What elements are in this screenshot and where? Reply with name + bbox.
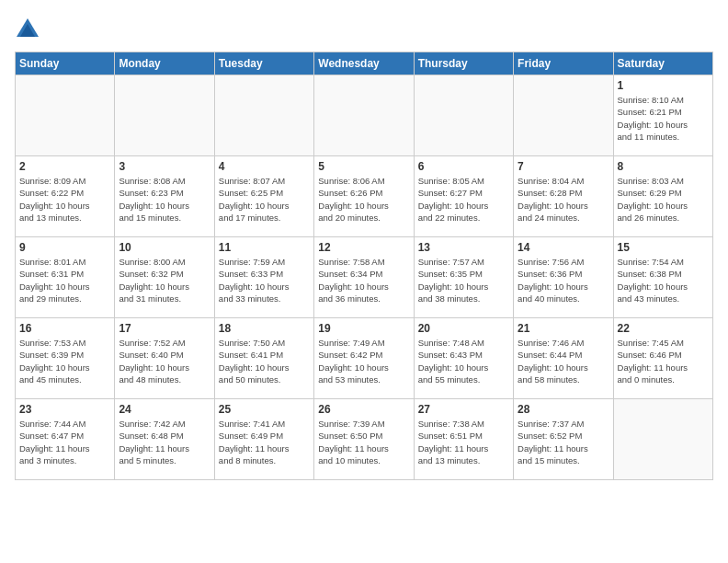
calendar-week-row: 2Sunrise: 8:09 AM Sunset: 6:22 PM Daylig… <box>16 156 713 237</box>
day-info: Sunrise: 7:57 AM Sunset: 6:35 PM Dayligh… <box>418 256 509 304</box>
day-info: Sunrise: 8:09 AM Sunset: 6:22 PM Dayligh… <box>19 175 110 224</box>
day-number: 22 <box>618 322 709 335</box>
day-info: Sunrise: 8:06 AM Sunset: 6:26 PM Dayligh… <box>318 175 409 224</box>
calendar: SundayMondayTuesdayWednesdayThursdayFrid… <box>15 52 713 480</box>
day-number: 26 <box>318 403 409 416</box>
calendar-cell: 24Sunrise: 7:42 AM Sunset: 6:48 PM Dayli… <box>115 399 214 480</box>
day-number: 15 <box>618 241 709 254</box>
day-info: Sunrise: 7:37 AM Sunset: 6:52 PM Dayligh… <box>518 418 609 466</box>
calendar-cell: 19Sunrise: 7:49 AM Sunset: 6:42 PM Dayli… <box>314 318 414 399</box>
day-info: Sunrise: 8:05 AM Sunset: 6:27 PM Dayligh… <box>418 175 509 224</box>
day-info: Sunrise: 8:10 AM Sunset: 6:21 PM Dayligh… <box>618 94 709 143</box>
day-info: Sunrise: 7:49 AM Sunset: 6:42 PM Dayligh… <box>318 337 409 385</box>
calendar-cell <box>414 75 513 156</box>
calendar-cell <box>314 75 414 156</box>
day-number: 1 <box>618 79 709 92</box>
calendar-cell: 16Sunrise: 7:53 AM Sunset: 6:39 PM Dayli… <box>16 318 115 399</box>
day-info: Sunrise: 7:46 AM Sunset: 6:44 PM Dayligh… <box>518 337 609 385</box>
day-number: 17 <box>119 322 210 335</box>
calendar-cell: 9Sunrise: 8:01 AM Sunset: 6:31 PM Daylig… <box>16 237 115 318</box>
calendar-cell <box>514 75 613 156</box>
day-number: 9 <box>19 241 110 254</box>
day-number: 12 <box>318 241 409 254</box>
weekday-header: Thursday <box>414 52 513 75</box>
day-number: 7 <box>518 160 609 173</box>
weekday-header: Friday <box>514 52 613 75</box>
day-number: 18 <box>219 322 310 335</box>
logo <box>15 15 44 40</box>
day-number: 5 <box>318 160 409 173</box>
day-info: Sunrise: 7:53 AM Sunset: 6:39 PM Dayligh… <box>19 337 110 385</box>
day-info: Sunrise: 8:04 AM Sunset: 6:28 PM Dayligh… <box>518 175 609 224</box>
calendar-cell: 7Sunrise: 8:04 AM Sunset: 6:28 PM Daylig… <box>514 156 613 237</box>
day-info: Sunrise: 7:42 AM Sunset: 6:48 PM Dayligh… <box>119 418 210 466</box>
day-info: Sunrise: 7:41 AM Sunset: 6:49 PM Dayligh… <box>219 418 310 466</box>
calendar-cell: 6Sunrise: 8:05 AM Sunset: 6:27 PM Daylig… <box>414 156 513 237</box>
weekday-header: Tuesday <box>214 52 313 75</box>
calendar-cell <box>16 75 115 156</box>
calendar-cell: 25Sunrise: 7:41 AM Sunset: 6:49 PM Dayli… <box>214 399 313 480</box>
weekday-header: Saturday <box>613 52 712 75</box>
calendar-cell <box>613 399 712 480</box>
calendar-header-row: SundayMondayTuesdayWednesdayThursdayFrid… <box>16 52 713 75</box>
calendar-cell: 18Sunrise: 7:50 AM Sunset: 6:41 PM Dayli… <box>214 318 313 399</box>
day-info: Sunrise: 8:07 AM Sunset: 6:25 PM Dayligh… <box>219 175 310 224</box>
day-info: Sunrise: 8:00 AM Sunset: 6:32 PM Dayligh… <box>119 256 210 304</box>
calendar-cell: 22Sunrise: 7:45 AM Sunset: 6:46 PM Dayli… <box>613 318 712 399</box>
day-info: Sunrise: 8:01 AM Sunset: 6:31 PM Dayligh… <box>19 256 110 304</box>
day-info: Sunrise: 7:58 AM Sunset: 6:34 PM Dayligh… <box>318 256 409 304</box>
day-info: Sunrise: 7:50 AM Sunset: 6:41 PM Dayligh… <box>219 337 310 385</box>
day-number: 25 <box>219 403 310 416</box>
day-number: 21 <box>518 322 609 335</box>
day-number: 6 <box>418 160 509 173</box>
day-number: 8 <box>618 160 709 173</box>
day-info: Sunrise: 7:39 AM Sunset: 6:50 PM Dayligh… <box>318 418 409 466</box>
weekday-header: Wednesday <box>314 52 414 75</box>
day-info: Sunrise: 8:08 AM Sunset: 6:23 PM Dayligh… <box>119 175 210 224</box>
calendar-week-row: 1Sunrise: 8:10 AM Sunset: 6:21 PM Daylig… <box>16 75 713 156</box>
day-info: Sunrise: 7:44 AM Sunset: 6:47 PM Dayligh… <box>19 418 110 466</box>
calendar-week-row: 9Sunrise: 8:01 AM Sunset: 6:31 PM Daylig… <box>16 237 713 318</box>
calendar-cell: 4Sunrise: 8:07 AM Sunset: 6:25 PM Daylig… <box>214 156 313 237</box>
calendar-week-row: 23Sunrise: 7:44 AM Sunset: 6:47 PM Dayli… <box>16 399 713 480</box>
calendar-cell: 2Sunrise: 8:09 AM Sunset: 6:22 PM Daylig… <box>16 156 115 237</box>
day-number: 16 <box>19 322 110 335</box>
day-number: 27 <box>418 403 509 416</box>
day-number: 13 <box>418 241 509 254</box>
calendar-cell: 1Sunrise: 8:10 AM Sunset: 6:21 PM Daylig… <box>613 75 712 156</box>
day-info: Sunrise: 7:52 AM Sunset: 6:40 PM Dayligh… <box>119 337 210 385</box>
calendar-cell: 17Sunrise: 7:52 AM Sunset: 6:40 PM Dayli… <box>115 318 214 399</box>
calendar-cell <box>214 75 313 156</box>
day-number: 11 <box>219 241 310 254</box>
day-number: 10 <box>119 241 210 254</box>
calendar-cell: 14Sunrise: 7:56 AM Sunset: 6:36 PM Dayli… <box>514 237 613 318</box>
day-number: 14 <box>518 241 609 254</box>
calendar-cell: 26Sunrise: 7:39 AM Sunset: 6:50 PM Dayli… <box>314 399 414 480</box>
calendar-week-row: 16Sunrise: 7:53 AM Sunset: 6:39 PM Dayli… <box>16 318 713 399</box>
logo-icon <box>15 15 40 40</box>
calendar-cell: 28Sunrise: 7:37 AM Sunset: 6:52 PM Dayli… <box>514 399 613 480</box>
day-info: Sunrise: 7:45 AM Sunset: 6:46 PM Dayligh… <box>618 337 709 385</box>
day-number: 24 <box>119 403 210 416</box>
calendar-cell: 11Sunrise: 7:59 AM Sunset: 6:33 PM Dayli… <box>214 237 313 318</box>
calendar-cell: 8Sunrise: 8:03 AM Sunset: 6:29 PM Daylig… <box>613 156 712 237</box>
day-number: 4 <box>219 160 310 173</box>
calendar-cell <box>115 75 214 156</box>
day-info: Sunrise: 7:59 AM Sunset: 6:33 PM Dayligh… <box>219 256 310 304</box>
day-number: 19 <box>318 322 409 335</box>
calendar-cell: 12Sunrise: 7:58 AM Sunset: 6:34 PM Dayli… <box>314 237 414 318</box>
day-number: 23 <box>19 403 110 416</box>
day-info: Sunrise: 7:54 AM Sunset: 6:38 PM Dayligh… <box>618 256 709 304</box>
day-info: Sunrise: 8:03 AM Sunset: 6:29 PM Dayligh… <box>618 175 709 224</box>
calendar-cell: 15Sunrise: 7:54 AM Sunset: 6:38 PM Dayli… <box>613 237 712 318</box>
day-number: 3 <box>119 160 210 173</box>
calendar-cell: 27Sunrise: 7:38 AM Sunset: 6:51 PM Dayli… <box>414 399 513 480</box>
calendar-cell: 13Sunrise: 7:57 AM Sunset: 6:35 PM Dayli… <box>414 237 513 318</box>
day-info: Sunrise: 7:48 AM Sunset: 6:43 PM Dayligh… <box>418 337 509 385</box>
page-header <box>15 15 713 40</box>
calendar-cell: 5Sunrise: 8:06 AM Sunset: 6:26 PM Daylig… <box>314 156 414 237</box>
day-info: Sunrise: 7:38 AM Sunset: 6:51 PM Dayligh… <box>418 418 509 466</box>
calendar-cell: 23Sunrise: 7:44 AM Sunset: 6:47 PM Dayli… <box>16 399 115 480</box>
calendar-cell: 10Sunrise: 8:00 AM Sunset: 6:32 PM Dayli… <box>115 237 214 318</box>
calendar-cell: 20Sunrise: 7:48 AM Sunset: 6:43 PM Dayli… <box>414 318 513 399</box>
